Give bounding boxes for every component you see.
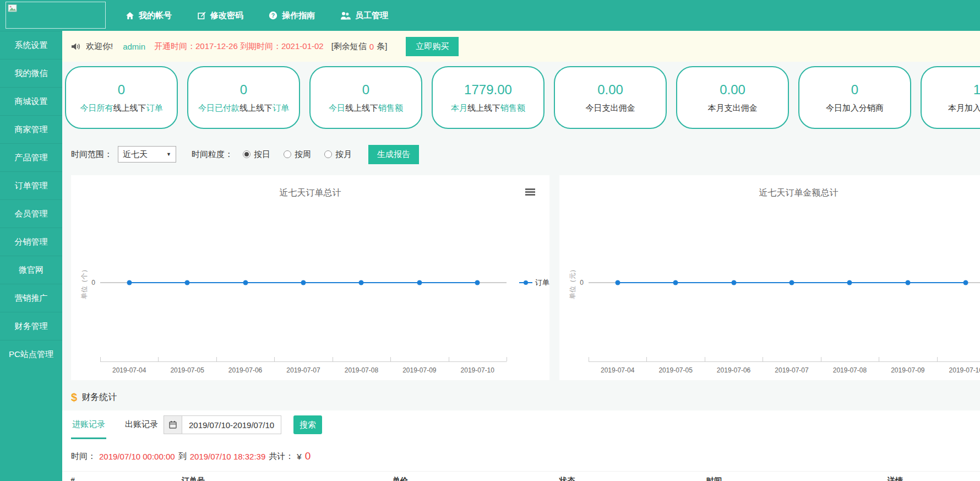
data-point[interactable] (127, 280, 132, 285)
welcome-greeting: 欢迎你! (86, 41, 113, 52)
stat-card-label-part: 本月 (451, 103, 467, 112)
x-axis-label: 2019-07-10 (949, 366, 980, 374)
time-range-value: 近七天 (123, 149, 148, 160)
radio-label: 按月 (335, 149, 352, 160)
finance-section-header: $ 财务统计 (71, 386, 117, 409)
granularity-radio-0[interactable]: 按日 (243, 149, 270, 160)
data-point[interactable] (847, 280, 852, 285)
sidebar-item-0[interactable]: 系统设置 (0, 31, 62, 59)
stat-card: 1本月加入分销商 (921, 66, 980, 129)
data-point[interactable] (905, 280, 910, 285)
generate-report-button[interactable]: 生成报告 (368, 145, 419, 164)
time-label: 时间： (71, 451, 96, 462)
sidebar-item-10[interactable]: 财务管理 (0, 312, 62, 340)
tab-1[interactable]: 出账记录 (124, 410, 159, 439)
calendar-button[interactable] (164, 415, 182, 434)
sidebar-item-5[interactable]: 订单管理 (0, 171, 62, 199)
stat-card-label: 今日所有线上线下订单 (80, 103, 163, 114)
stat-card-label: 本月加入分销商 (948, 103, 980, 114)
stat-card-label-part: 本月加入分销商 (948, 103, 980, 112)
sidebar-item-1[interactable]: 我的微信 (0, 59, 62, 87)
data-point[interactable] (673, 280, 678, 285)
time-from: 2019/07/10 00:00:00 (99, 452, 175, 461)
data-point[interactable] (301, 280, 306, 285)
sidebar-item-6[interactable]: 会员管理 (0, 199, 62, 228)
topnav-change-password[interactable]: 修改密码 (197, 10, 243, 21)
x-axis-label: 2019-07-08 (345, 366, 378, 374)
topnav-staff-management[interactable]: 员工管理 (340, 10, 388, 21)
x-axis-label: 2019-07-05 (170, 366, 204, 374)
x-axis-tick (705, 357, 705, 361)
x-axis-label: 2019-07-10 (461, 366, 494, 374)
radio-label: 按日 (254, 149, 270, 160)
data-point[interactable] (243, 280, 248, 285)
sidebar-item-8[interactable]: 微官网 (0, 256, 62, 284)
logo[interactable] (6, 2, 106, 29)
stat-cards-row: 0今日所有线上线下订单0今日已付款线上线下订单0今日线上线下销售额1779.00… (65, 66, 980, 134)
tab-0[interactable]: 进账记录 (71, 410, 106, 439)
x-axis-tick (937, 357, 938, 361)
x-axis-tick (449, 357, 449, 361)
table-header-1: 订单号 (182, 476, 205, 481)
stat-card: 0.00今日支出佣金 (554, 66, 667, 129)
topnav-operation-guide[interactable]: ?操作指南 (269, 10, 315, 21)
x-axis-tick (763, 357, 763, 361)
sidebar-item-2[interactable]: 商城设置 (0, 87, 62, 115)
table-header-2: 单价 (393, 476, 408, 481)
stat-card-label-part: 销售额 (500, 103, 525, 112)
time-range-select[interactable]: 近七天 ▼ (118, 146, 176, 163)
granularity-radio-2[interactable]: 按月 (324, 149, 352, 160)
stat-card-label-part: 今日支出佣金 (586, 103, 635, 112)
finance-records-section: 进账记录出账记录 搜索 时间： 2019/07/10 00:00:00 到 20… (62, 410, 980, 481)
topnav-label: 操作指南 (282, 10, 315, 21)
data-point[interactable] (475, 280, 480, 285)
stat-card-label: 今日加入分销商 (826, 103, 884, 114)
buy-now-button[interactable]: 立即购买 (406, 37, 459, 56)
currency-symbol: ¥ (297, 452, 301, 461)
dashboard-root: 我的帐号修改密码?操作指南员工管理 系统设置我的微信商城设置商家管理产品管理订单… (0, 0, 980, 481)
chart-title: 近七天订单总计 (71, 187, 549, 199)
data-point[interactable] (185, 280, 190, 285)
sidebar-item-7[interactable]: 分销管理 (0, 228, 62, 256)
radio-icon (243, 150, 251, 158)
account-validity: 开通时间：2017-12-26 到期时间：2021-01-02 (154, 41, 324, 52)
stat-card-label-part: 线上线下 (345, 103, 378, 112)
data-point[interactable] (963, 280, 968, 285)
data-point[interactable] (731, 280, 736, 285)
legend-item[interactable]: 订单 (519, 278, 549, 288)
sms-remaining: [剩余短信 0 条] (331, 41, 388, 52)
radio-icon (324, 150, 332, 158)
granularity-radio-1[interactable]: 按周 (284, 149, 311, 160)
x-axis-tick (390, 357, 391, 361)
topnav-label: 我的帐号 (139, 10, 172, 21)
sidebar-item-11[interactable]: PC站点管理 (0, 340, 62, 368)
x-axis-tick (274, 357, 275, 361)
data-point[interactable] (417, 280, 422, 285)
svg-text:?: ? (271, 12, 275, 19)
stat-card: 0今日已付款线上线下订单 (187, 66, 300, 129)
x-axis-tick (879, 357, 879, 361)
sidebar-item-4[interactable]: 产品管理 (0, 143, 62, 171)
calendar-icon (168, 420, 177, 429)
radio-label: 按周 (295, 149, 311, 160)
chart-menu-icon[interactable] (525, 188, 535, 196)
data-point[interactable] (615, 280, 620, 285)
dollar-icon: $ (71, 391, 77, 404)
x-axis-tick (216, 357, 217, 361)
stat-card-label: 今日已付款线上线下订单 (198, 103, 289, 114)
topnav-my-account[interactable]: 我的帐号 (126, 10, 172, 21)
time-summary-row: 时间： 2019/07/10 00:00:00 到 2019/07/10 18:… (71, 447, 311, 466)
data-point[interactable] (790, 280, 794, 285)
topnav-label: 员工管理 (355, 10, 388, 21)
to-label: 到 (178, 451, 187, 462)
sidebar-item-3[interactable]: 商家管理 (0, 115, 62, 143)
edit-icon (197, 11, 206, 20)
search-button[interactable]: 搜索 (293, 415, 322, 434)
date-range-group (164, 415, 281, 434)
total-label: 共计： (269, 451, 293, 462)
x-axis-tick (507, 357, 507, 361)
date-range-input[interactable] (182, 415, 281, 434)
data-point[interactable] (359, 280, 364, 285)
welcome-username: admin (123, 42, 145, 51)
sidebar-item-9[interactable]: 营销推广 (0, 284, 62, 312)
